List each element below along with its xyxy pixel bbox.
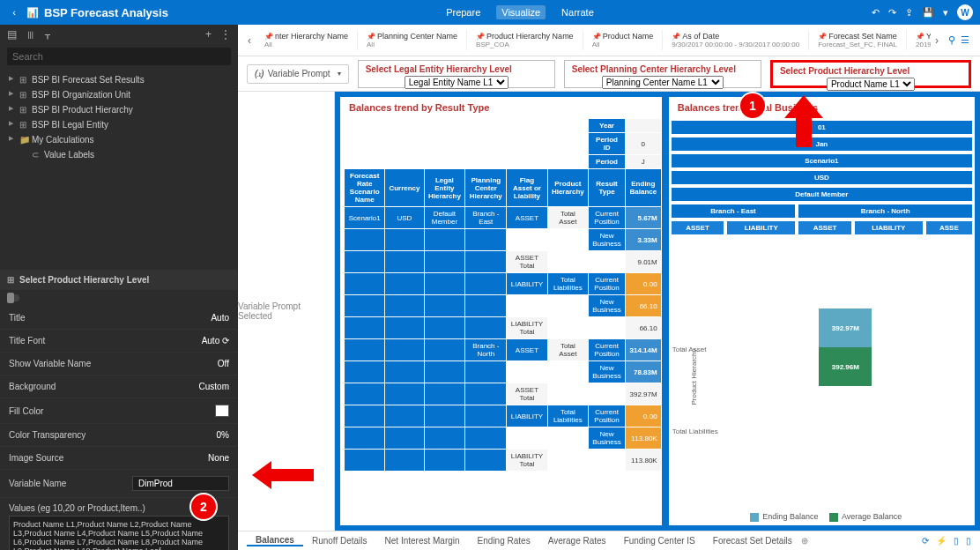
prop-label: Title Font (9, 336, 45, 346)
add-tab-icon[interactable]: ⊕ (801, 536, 808, 546)
search (7, 48, 231, 65)
chart-area[interactable]: Total Asset Total Liabilities Product Hi… (669, 237, 975, 509)
arrow-icon (784, 95, 823, 118)
tree-item[interactable]: ⊞BSP BI Organization Unit (0, 87, 238, 102)
prop-label: Fill Color (9, 406, 43, 416)
layout-icon[interactable]: ▯ (954, 536, 959, 546)
list-icon[interactable]: ☰ (961, 34, 969, 46)
color-swatch[interactable] (215, 405, 229, 417)
link-toggle[interactable] (0, 290, 238, 307)
tree-item[interactable]: ⊞BSP BI Product Hierarchy (0, 102, 238, 117)
prop-panel-title: Select Product Hierarchy Level (0, 270, 238, 290)
tree-item[interactable]: ⊞BSP BI Forecast Set Results (0, 72, 238, 87)
app-header: ‹ 📊 BSP Forecast Analysis Prepare Visual… (0, 0, 980, 25)
scroll-right-icon[interactable]: › (931, 34, 943, 47)
app-title: BSP Forecast Analysis (44, 6, 168, 19)
filter-chip[interactable]: Year2019 (907, 30, 931, 50)
filter-chip[interactable]: Planning Center NameAll (358, 30, 467, 50)
tab-balances[interactable]: Balances (247, 535, 303, 546)
legal-entity-select[interactable]: Legal Entity Name L1 (405, 76, 509, 89)
legend-swatch (750, 513, 759, 522)
prop-label: Show Variable Name (9, 359, 91, 368)
select-legal-entity: Select Legal Entity Hierarchy Level Lega… (358, 60, 555, 88)
share-icon[interactable]: ⇪ (905, 7, 913, 19)
main: ‹ nter Hierarchy NameAllPlanning Center … (238, 25, 980, 550)
prop-value[interactable]: 0% (217, 430, 229, 440)
annotation-1: 1 (740, 93, 765, 118)
analytics-icon[interactable]: ᚁ (45, 28, 50, 41)
variable-prompt-button[interactable]: Variable Prompt (247, 64, 349, 84)
legend: Ending Balance Average Balance (669, 509, 975, 525)
canvas: Variable Prompt Selected Balances trend … (238, 92, 980, 531)
mode-tabs: Prepare Visualize Narrate (168, 5, 872, 19)
undo-icon[interactable]: ↶ (872, 7, 880, 19)
prop-label: Background (9, 382, 56, 391)
filter-chip[interactable]: nter Hierarchy NameAll (256, 30, 358, 50)
tab-funding[interactable]: Funding Center IS (615, 536, 704, 546)
filter-bar: ‹ nter Hierarchy NameAllPlanning Center … (238, 25, 980, 56)
tab-nim[interactable]: Net Interest Margin (376, 536, 469, 546)
tab-ending-rates[interactable]: Ending Rates (469, 536, 539, 546)
tab-visualize[interactable]: Visualize (496, 5, 546, 19)
annotation-2: 2 (191, 494, 216, 519)
variable-name-input[interactable] (132, 476, 229, 491)
tree-item[interactable]: ⊂Value Labels (0, 147, 238, 162)
tree-item[interactable]: 📁My Calculations (0, 132, 238, 147)
prop-value[interactable]: Auto (211, 313, 229, 323)
bar-segment: 392.97M (819, 308, 872, 347)
planning-center-select[interactable]: Planning Center Name L1 (602, 76, 724, 89)
filters: nter Hierarchy NameAllPlanning Center Na… (256, 30, 931, 50)
data-tree: ⊞BSP BI Forecast Set Results ⊞BSP BI Org… (0, 69, 238, 166)
filter-chip[interactable]: Product NameAll (583, 30, 664, 50)
arrow-icon (252, 461, 271, 489)
bar-segment: 392.96M (819, 347, 872, 386)
prop-value[interactable]: Auto ⟳ (202, 336, 229, 346)
chart-icon: 📊 (26, 7, 39, 19)
prop-value[interactable]: Custom (199, 382, 229, 391)
y-label: Total Liabilities (672, 427, 718, 435)
values-textarea[interactable]: Product Name L1,Product Name L2,Product … (9, 516, 229, 550)
save-icon[interactable]: 💾 (922, 7, 934, 19)
select-product-hierarchy: Select Product Hierarchy Level Product N… (770, 60, 971, 88)
panel-balances-total: Balances trend Total Business 01 Jan Sce… (667, 95, 976, 527)
filter-chip[interactable]: As of Date9/30/2017 00:00:00 - 9/30/2017… (663, 30, 809, 50)
bottom-tabs: Balances Runoff Details Net Interest Mar… (238, 531, 980, 550)
prop-value[interactable]: None (208, 453, 229, 463)
sidebar-toolbar: ▤ ⫼ ᚁ + ⋮ (0, 25, 238, 44)
axis-label: Product Hierarchy (689, 349, 697, 405)
tree-item[interactable]: ⊞BSP BI Legal Entity (0, 117, 238, 132)
scroll-left-icon[interactable]: ‹ (243, 34, 256, 47)
filter-chip[interactable]: Product Hierarchy NameBSP_COA (467, 30, 583, 50)
bars-icon[interactable]: ⫼ (26, 28, 36, 41)
layout2-icon[interactable]: ▯ (966, 536, 971, 546)
prop-value[interactable]: Off (218, 359, 229, 368)
avatar[interactable]: W (957, 4, 973, 20)
prop-label: Title (9, 313, 26, 323)
filter-icon[interactable]: ⚲ (948, 34, 955, 46)
more-icon[interactable]: ⋮ (220, 28, 231, 41)
data-icon[interactable]: ▤ (7, 28, 17, 41)
bar: 392.97M 392.96M (819, 308, 872, 386)
right-header-table: 01 Jan Scenario1 USD Default Member Bran… (669, 118, 975, 237)
filter-chip[interactable]: Forecast Set NameForecast_Set_FC, FINAL (809, 30, 907, 50)
redo-icon[interactable]: ↷ (888, 7, 896, 19)
add-icon[interactable]: + (205, 28, 212, 41)
tab-avg-rates[interactable]: Average Rates (539, 536, 615, 546)
sidebar: ▤ ⫼ ᚁ + ⋮ ⊞BSP BI Forecast Set Results ⊞… (0, 25, 238, 550)
tab-prepare[interactable]: Prepare (441, 5, 486, 19)
tab-runoff[interactable]: Runoff Details (303, 536, 376, 546)
panel-title: Balances trend by Result Type (340, 97, 662, 118)
prop-label: Color Transparency (9, 430, 85, 440)
refresh-icon[interactable]: ⟳ (922, 536, 929, 546)
balances-table[interactable]: YearPeriod ID0PeriodJForecast Rate Scena… (344, 118, 662, 472)
menu-icon[interactable]: ▾ (943, 7, 948, 19)
tab-narrate[interactable]: Narrate (556, 5, 599, 19)
back-icon[interactable]: ‹ (7, 7, 21, 18)
prop-label: Image Source (9, 453, 63, 463)
product-hierarchy-select[interactable]: Product Name L1 (827, 78, 915, 91)
panel-balances-result-type: Balances trend by Result Type YearPeriod… (338, 95, 664, 527)
prop-label: Variable Name (9, 479, 66, 488)
bolt-icon[interactable]: ⚡ (936, 536, 947, 546)
tab-forecast-set[interactable]: Forecast Set Details (704, 536, 801, 546)
search-input[interactable] (7, 48, 231, 65)
